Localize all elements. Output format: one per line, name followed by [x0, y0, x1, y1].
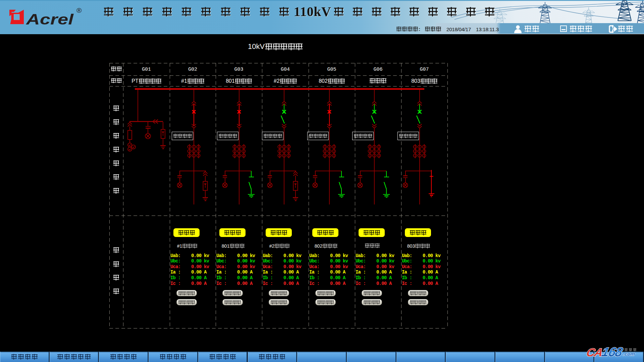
svg-text:168: 168	[600, 346, 624, 359]
svg-text:.com: .com	[623, 351, 636, 357]
